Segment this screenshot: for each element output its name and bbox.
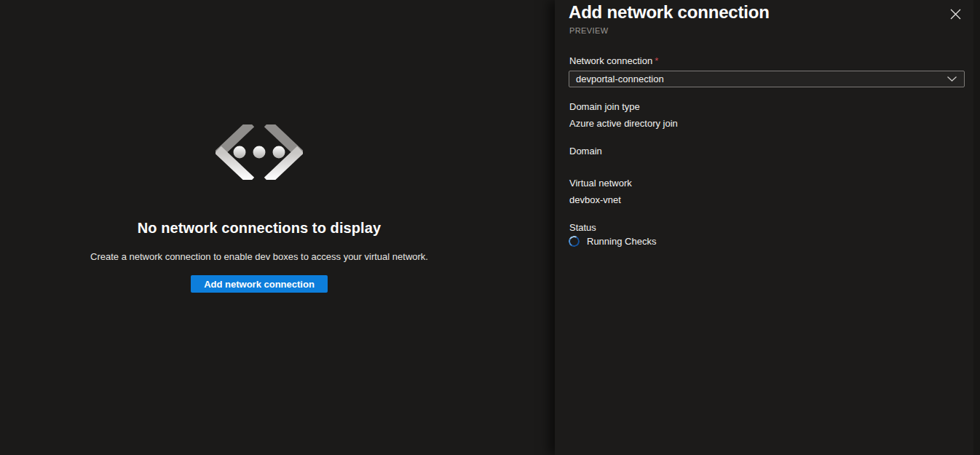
network-connection-label: Network connection* — [569, 55, 658, 67]
preview-badge: PREVIEW — [569, 26, 609, 35]
network-connections-main: No network connections to display Create… — [0, 0, 555, 455]
status-label: Status — [569, 222, 596, 234]
close-icon — [950, 9, 961, 20]
domain-join-type-label: Domain join type — [569, 101, 640, 113]
panel-scrollbar[interactable] — [973, 0, 980, 455]
panel-title: Add network connection — [569, 2, 770, 23]
close-button[interactable] — [948, 7, 963, 21]
virtual-network-label: Virtual network — [569, 178, 632, 189]
required-asterisk: * — [655, 55, 658, 66]
virtual-network-value: devbox-vnet — [569, 194, 621, 206]
empty-state: No network connections to display Create… — [0, 0, 518, 455]
code-network-icon — [216, 124, 303, 180]
status-row: Running Checks — [569, 236, 656, 247]
status-value: Running Checks — [587, 236, 656, 247]
domain-label: Domain — [569, 146, 602, 157]
add-network-connection-button[interactable]: Add network connection — [191, 275, 328, 293]
chevron-down-icon — [947, 76, 957, 82]
empty-state-description: Create a network connection to enable de… — [0, 251, 518, 262]
empty-state-title: No network connections to display — [0, 220, 518, 237]
domain-join-type-value: Azure active directory join — [569, 118, 678, 130]
add-network-connection-panel: Add network connection PREVIEW Network c… — [555, 0, 980, 455]
spinner-icon — [567, 234, 580, 248]
dropdown-selected-value: devportal-connection — [576, 74, 947, 84]
network-connection-dropdown[interactable]: devportal-connection — [569, 71, 965, 87]
